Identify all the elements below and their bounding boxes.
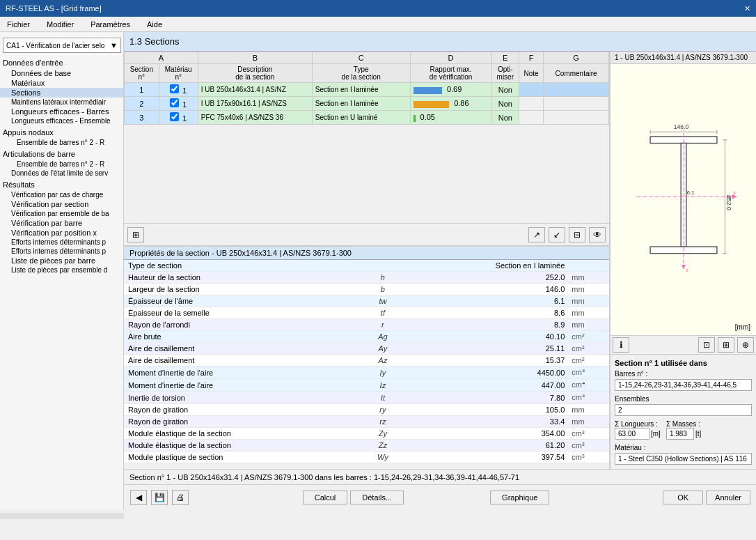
section-checkbox[interactable] bbox=[170, 112, 179, 121]
properties-content[interactable]: Type de section Section en I laminée Hau… bbox=[124, 260, 609, 469]
sidebar-item-donnees-de-base[interactable]: Données de base bbox=[0, 68, 123, 78]
add-section-button[interactable]: ⊞ bbox=[127, 227, 144, 242]
masses-label: Σ Masses : bbox=[666, 420, 701, 428]
prop-symbol: Wy bbox=[365, 452, 401, 463]
sidebar-item-articulations-ensemble[interactable]: Ensemble de barres n° 2 - R bbox=[0, 160, 123, 169]
case-dropdown[interactable]: CA1 - Vérification de l'acier selo ▼ bbox=[3, 38, 121, 53]
property-row: Épaisseur de l'âme tw 6.1 mm bbox=[124, 295, 609, 307]
cell-section-n: 2 bbox=[125, 97, 159, 111]
sidebar-item-efforts-1[interactable]: Efforts internes déterminants p bbox=[0, 238, 123, 247]
cell-rapport: 0.69 bbox=[410, 83, 491, 97]
main-layout: CA1 - Vérification de l'acier selo ▼ Don… bbox=[0, 32, 756, 509]
sidebar: CA1 - Vérification de l'acier selo ▼ Don… bbox=[0, 32, 124, 509]
print-main-button[interactable]: 🖨 bbox=[172, 490, 189, 505]
prop-label: Largeur de la section bbox=[124, 284, 365, 295]
property-row: Aire de cisaillement Ay 25.11 cm² bbox=[124, 343, 609, 355]
cell-type: Section en U laminé bbox=[312, 111, 410, 125]
sidebar-item-efforts-2[interactable]: Efforts internes déterminants p bbox=[0, 247, 123, 256]
menu-fichier[interactable]: Fichier bbox=[3, 19, 34, 30]
sidebar-item-appuis-ensemble[interactable]: Ensemble de barres n° 2 - R bbox=[0, 138, 123, 147]
annuler-button[interactable]: Annuler bbox=[706, 491, 750, 504]
section-checkbox[interactable] bbox=[170, 98, 179, 107]
zoom-fit-button[interactable]: ⊡ bbox=[698, 337, 715, 353]
nav-back-button[interactable]: ◀ bbox=[130, 490, 147, 505]
sidebar-item-materiaux[interactable]: Matériaux bbox=[0, 78, 123, 88]
property-row: Module plastique de section Wy 397.54 cm… bbox=[124, 452, 609, 463]
info-button[interactable]: ℹ bbox=[613, 337, 629, 353]
ok-button[interactable]: OK bbox=[663, 491, 703, 504]
import-button[interactable]: ↙ bbox=[549, 227, 565, 242]
prop-label: Inertie de torsion bbox=[124, 392, 365, 404]
close-button[interactable]: ✕ bbox=[744, 4, 750, 13]
prop-label: Aire de cisaillement bbox=[124, 343, 365, 355]
cell-optimiser: Non bbox=[491, 97, 519, 111]
table-row[interactable]: 3 1 PFC 75x40x6 | AS/NZS 36 Section en U… bbox=[125, 111, 609, 125]
prop-symbol: Iy bbox=[365, 367, 401, 379]
prop-value: 25.11 bbox=[401, 343, 569, 355]
svg-text:146.0: 146.0 bbox=[673, 123, 688, 130]
section-checkbox[interactable] bbox=[170, 84, 179, 93]
prop-value: 6.1 bbox=[401, 295, 569, 307]
menu-aide[interactable]: Aide bbox=[143, 19, 166, 30]
sidebar-item-verif-cas[interactable]: Vérification par cas de charge bbox=[0, 190, 123, 199]
prop-unit: cm³ bbox=[569, 440, 609, 452]
eye-icon: 👁 bbox=[593, 230, 601, 240]
prop-unit: cm³ bbox=[569, 428, 609, 440]
sidebar-item-etat-limite[interactable]: Données de l'état limite de serv bbox=[0, 169, 123, 178]
ensembles-field: 2 bbox=[615, 404, 752, 416]
i-section-svg: 146.0 252.0 8.9 bbox=[621, 120, 746, 280]
calcul-button[interactable]: Calcul bbox=[303, 491, 348, 504]
section-table-container[interactable]: A B C D E F G Sectionn° Matériaun° bbox=[124, 52, 609, 224]
cell-section-n: 3 bbox=[125, 111, 159, 125]
table-row[interactable]: 2 1 I UB 175x90x16.1 | AS/NZS Section en… bbox=[125, 97, 609, 111]
sidebar-item-longueurs-barres[interactable]: Longueurs efficaces - Barres bbox=[0, 107, 123, 116]
dropdown-arrow-icon: ▼ bbox=[110, 41, 118, 49]
right-section-title: 1 - UB 250x146x31.4 | AS/NZS 3679.1-300 bbox=[611, 52, 756, 64]
prop-label: Moment d'inertie de l'aire bbox=[124, 379, 365, 392]
title-bar-text: RF-STEEL AS - [Grid frame] bbox=[6, 4, 102, 13]
sidebar-item-liste-ensemble[interactable]: Liste de pièces par ensemble d bbox=[0, 265, 123, 275]
graphique-button[interactable]: Graphique bbox=[490, 491, 549, 504]
prop-unit: mm bbox=[569, 404, 609, 416]
menu-parametres[interactable]: Paramètres bbox=[86, 19, 134, 30]
print-button[interactable]: ⊞ bbox=[718, 337, 734, 353]
prop-symbol: Ag bbox=[365, 331, 401, 343]
sidebar-item-verif-position[interactable]: Vérification par position x bbox=[0, 228, 123, 238]
sidebar-item-longueurs-ensemble[interactable]: Longueurs efficaces - Ensemble bbox=[0, 116, 123, 125]
prop-unit: cm⁴ bbox=[569, 367, 609, 379]
cell-type: Section en I laminée bbox=[312, 97, 410, 111]
sidebar-item-maintiens[interactable]: Maintiens latéraux intermédiair bbox=[0, 98, 123, 107]
masses-value: 1.983 bbox=[666, 428, 694, 440]
right-diagram-toolbar: ℹ ⊡ ⊞ ⊕ bbox=[611, 335, 756, 354]
prop-symbol: tw bbox=[365, 295, 401, 307]
sidebar-item-verif-ensemble[interactable]: Vérification par ensemble de ba bbox=[0, 209, 123, 218]
view-button[interactable]: 👁 bbox=[589, 227, 606, 242]
settings-diagram-button[interactable]: ⊕ bbox=[737, 337, 754, 353]
sidebar-item-verif-barre[interactable]: Vérification par barre bbox=[0, 218, 123, 228]
sidebar-item-liste-barres[interactable]: Liste de pièces par barre bbox=[0, 256, 123, 265]
prop-unit: mm bbox=[569, 416, 609, 428]
cell-description: I UB 250x146x31.4 | AS/NZ bbox=[198, 83, 312, 97]
filter-button[interactable]: ⊟ bbox=[569, 227, 585, 242]
cell-materiau-value: 1 bbox=[182, 86, 187, 95]
longueurs-value: 63.00 bbox=[615, 428, 649, 440]
cell-description: I UB 175x90x16.1 | AS/NZS bbox=[198, 97, 312, 111]
cell-note bbox=[519, 97, 543, 111]
prop-unit: cm⁴ bbox=[569, 392, 609, 404]
table-row[interactable]: 1 1 I UB 250x146x31.4 | AS/NZ Section en… bbox=[125, 83, 609, 97]
property-row: Rayon de giration rz 33.4 mm bbox=[124, 416, 609, 428]
sidebar-item-sections[interactable]: Sections bbox=[0, 88, 123, 98]
col-header-d: D bbox=[410, 52, 491, 64]
cell-note bbox=[519, 111, 543, 125]
prop-value: 252.0 bbox=[401, 272, 569, 284]
save-button[interactable]: 💾 bbox=[151, 490, 168, 505]
toolbar-right: ↗ ↙ ⊟ 👁 bbox=[528, 227, 606, 242]
sidebar-item-verif-section[interactable]: Vérification par section bbox=[0, 199, 123, 209]
prop-label: Épaisseur de l'âme bbox=[124, 295, 365, 307]
menu-modifier[interactable]: Modifier bbox=[42, 19, 78, 30]
property-row: Moment d'inertie de l'aire Iy 4450.00 cm… bbox=[124, 367, 609, 379]
export-button[interactable]: ↗ bbox=[528, 227, 545, 242]
prop-value: 397.54 bbox=[401, 452, 569, 463]
prop-unit: cm² bbox=[569, 331, 609, 343]
details-button[interactable]: Détails... bbox=[350, 491, 404, 504]
